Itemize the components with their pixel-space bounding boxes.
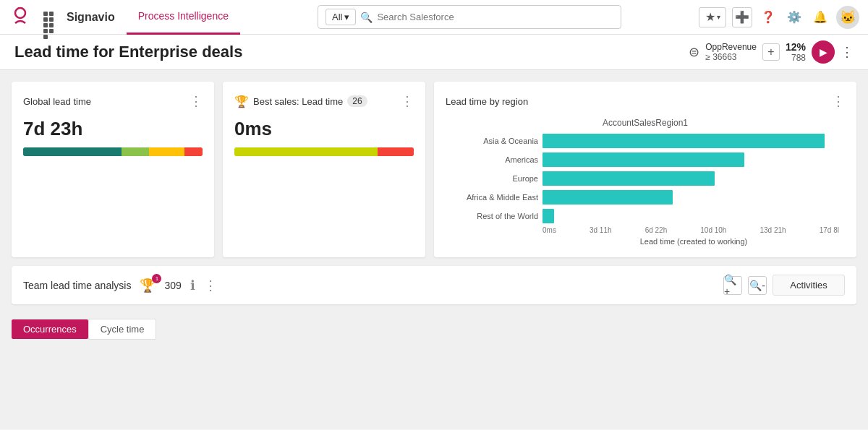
best-lead-time-value: 0ms xyxy=(234,118,414,140)
bottom-more-btn[interactable]: ⋮ xyxy=(204,278,217,293)
help-icon[interactable]: ❓ xyxy=(758,7,778,27)
bar-fill xyxy=(542,190,673,205)
bottom-card-title: Team lead time analysis xyxy=(23,280,131,291)
trophy-count-val: 309 xyxy=(164,280,181,291)
search-bar[interactable]: All ▾ 🔍 xyxy=(318,5,621,29)
x-tick: 13d 21h xyxy=(760,226,786,234)
nav-icons: ★▾ ➕ ❓ ⚙️ 🔔 🐱 xyxy=(699,6,859,29)
chart-x-axis: 0ms3d 11h6d 22h10d 10h13d 21h17d 8l xyxy=(446,223,845,234)
bar-label: Americas xyxy=(451,155,538,164)
logo-icon xyxy=(9,6,32,29)
pct-value: 12% xyxy=(786,41,806,53)
brand-label: Signavio xyxy=(67,11,115,24)
x-tick: 6d 22h xyxy=(645,226,668,234)
settings-icon[interactable]: ⚙️ xyxy=(784,7,804,27)
main-content: Global lead time ⋮ 7d 23h 🏆 Best sales: … xyxy=(0,70,868,429)
chart-bar-row: Africa & Middle East xyxy=(451,190,839,205)
add-filter-btn[interactable]: + xyxy=(762,43,780,61)
trophy-icon: 🏆 xyxy=(234,95,249,108)
bar-fill xyxy=(542,171,715,186)
global-card-title: Global lead time xyxy=(23,96,91,107)
search-input[interactable] xyxy=(377,12,613,22)
opp-value: ≥ 36663 xyxy=(705,52,736,62)
best-progress-bar xyxy=(234,147,414,156)
activities-box: Activities xyxy=(773,275,845,296)
all-filter-btn[interactable]: All ▾ xyxy=(326,9,356,25)
best-bar-fill xyxy=(234,147,414,156)
tab-cycle-time[interactable]: Cycle time xyxy=(88,319,157,340)
zoom-in-btn[interactable]: 🔍+ xyxy=(723,276,742,295)
bar-fill xyxy=(542,209,554,223)
chart-bar-row: Americas xyxy=(451,152,839,167)
page-title: Lead time for Enterprise deals xyxy=(14,43,242,61)
region-card-title: Lead time by region xyxy=(446,96,528,107)
bar-track xyxy=(542,190,839,205)
bar-label: Rest of the World xyxy=(451,212,538,220)
card-header-global: Global lead time ⋮ xyxy=(23,93,203,109)
user-avatar[interactable]: 🐱 xyxy=(836,6,859,29)
bottom-card: Team lead time analysis 🏆 1 309 ℹ ⋮ 🔍+ 🔍… xyxy=(12,266,856,304)
pct-badge: 12% 788 xyxy=(786,41,806,63)
bottom-card-left: Team lead time analysis 🏆 1 309 ℹ ⋮ xyxy=(23,278,217,293)
notifications-icon[interactable]: 🔔 xyxy=(810,7,830,27)
chart-subtitle: AccountSalesRegion1 xyxy=(446,118,845,128)
x-tick: 17d 8l xyxy=(820,226,839,234)
bar-fill xyxy=(542,152,744,167)
top-navigation: Signavio Process Intelligence All ▾ 🔍 ★▾… xyxy=(0,0,868,35)
bar-fill xyxy=(542,134,825,148)
sub-header: Lead time for Enterprise deals ⊜ OppReve… xyxy=(0,35,868,70)
tab-occurrences[interactable]: Occurrences xyxy=(12,319,88,339)
info-icon[interactable]: ℹ xyxy=(190,278,195,293)
best-card-title: Best sales: Lead time xyxy=(253,96,343,107)
bar-label: Asia & Oceania xyxy=(451,137,538,145)
opp-badge: OppRevenue ≥ 36663 xyxy=(705,42,757,62)
region-card-menu[interactable]: ⋮ xyxy=(832,93,845,109)
chart-x-label: Lead time (created to working) xyxy=(446,237,845,246)
tabs-row: Occurrences Cycle time xyxy=(12,319,856,340)
global-bar-fill xyxy=(23,147,203,156)
more-options-btn[interactable]: ⋮ xyxy=(841,44,854,60)
bar-track xyxy=(542,171,839,186)
svg-point-0 xyxy=(15,8,25,18)
bar-track xyxy=(542,152,839,167)
opp-label: OppRevenue xyxy=(705,42,757,52)
best-count-badge: 26 xyxy=(347,95,367,107)
bar-track xyxy=(542,209,839,223)
pct-count: 788 xyxy=(791,53,806,63)
x-tick: 10d 10h xyxy=(700,226,726,234)
global-lead-time-card: Global lead time ⋮ 7d 23h xyxy=(12,82,214,257)
bar-label: Europe xyxy=(451,174,538,183)
region-card: Lead time by region ⋮ AccountSalesRegion… xyxy=(434,82,856,257)
process-intelligence-tab[interactable]: Process Intelligence xyxy=(127,0,240,35)
favorites-icon[interactable]: ★▾ xyxy=(699,7,726,27)
card-header-best: 🏆 Best sales: Lead time 26 ⋮ xyxy=(234,93,414,109)
x-tick: 0ms xyxy=(542,226,556,234)
search-icon: 🔍 xyxy=(360,12,373,23)
grid-menu-icon[interactable] xyxy=(41,9,58,26)
trophy-count-badge: 1 xyxy=(152,274,161,283)
chart-bar-row: Europe xyxy=(451,171,839,186)
chevron-down-icon: ▾ xyxy=(344,12,349,22)
global-card-menu[interactable]: ⋮ xyxy=(190,93,203,109)
bar-track xyxy=(542,134,839,148)
sub-header-right: ⊜ OppRevenue ≥ 36663 + 12% 788 ▶ ⋮ xyxy=(689,40,854,64)
best-card-header-inner: 🏆 Best sales: Lead time 26 xyxy=(234,95,367,108)
filter-icon-btn[interactable]: ⊜ xyxy=(689,44,699,60)
global-lead-time-value: 7d 23h xyxy=(23,118,203,140)
best-card-menu[interactable]: ⋮ xyxy=(401,93,414,109)
add-icon[interactable]: ➕ xyxy=(732,7,752,27)
play-button[interactable]: ▶ xyxy=(812,40,835,64)
region-card-header: Lead time by region ⋮ xyxy=(446,93,845,109)
chart-bar-row: Asia & Oceania xyxy=(451,134,839,148)
x-tick: 3d 11h xyxy=(590,226,612,234)
bar-chart: Asia & OceaniaAmericasEuropeAfrica & Mid… xyxy=(446,134,845,223)
best-sales-card: 🏆 Best sales: Lead time 26 ⋮ 0ms xyxy=(223,82,425,257)
chart-bar-row: Rest of the World xyxy=(451,209,839,223)
bottom-card-right: 🔍+ 🔍- Activities xyxy=(723,275,845,296)
card-row: Global lead time ⋮ 7d 23h 🏆 Best sales: … xyxy=(12,82,856,257)
zoom-out-btn[interactable]: 🔍- xyxy=(748,276,767,295)
trophy-icon-wrapper: 🏆 1 xyxy=(140,278,156,293)
global-progress-bar xyxy=(23,147,203,156)
bar-label: Africa & Middle East xyxy=(451,193,538,202)
